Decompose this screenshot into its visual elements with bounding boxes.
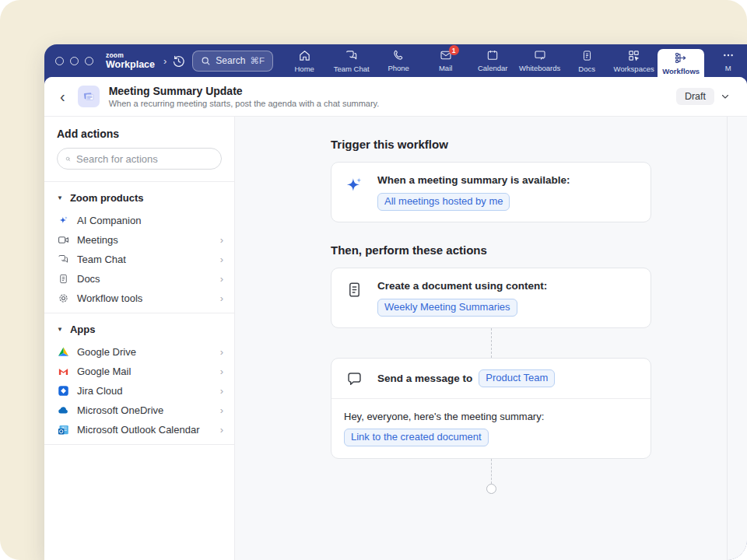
workflow-canvas: Trigger this workflow When a meeting sum… <box>235 117 747 560</box>
sidebar-item-microsoft-outlook-calendar[interactable]: Microsoft Outlook Calendar › <box>44 420 234 439</box>
more-icon <box>722 49 735 61</box>
google-drive-icon <box>57 346 69 359</box>
chevron-right-icon: › <box>220 254 223 265</box>
sidebar-title: Add actions <box>57 128 222 140</box>
recipient-chip[interactable]: Product Team <box>479 369 555 387</box>
workflows-icon <box>674 51 688 65</box>
search-placeholder-text: Search <box>216 55 245 66</box>
window-dot[interactable] <box>85 57 93 65</box>
workflow-editor-sheet: ‹ Meeting Summary Update When a recurrin… <box>44 77 747 560</box>
app-window: zoom Workplace › Search ⌘F Home <box>44 44 747 560</box>
document-content-chip[interactable]: Weekly Meeting Summaries <box>377 299 517 317</box>
docs-icon <box>581 49 593 62</box>
jira-cloud-icon <box>57 385 69 397</box>
status-badge: Draft <box>676 88 714 105</box>
triangle-collapse-icon: ▼ <box>57 194 63 201</box>
history-icon[interactable] <box>172 54 185 68</box>
triangle-collapse-icon: ▼ <box>57 326 63 333</box>
workflow-tools-icon <box>57 292 69 305</box>
section-zoom-products[interactable]: ▼ Zoom products <box>44 182 234 211</box>
ai-companion-icon <box>57 215 69 227</box>
trigger-card-title: When a meeting summary is available: <box>377 173 570 187</box>
global-search-input[interactable]: Search ⌘F <box>192 51 273 72</box>
google-mail-icon <box>57 366 69 378</box>
desktop-background: zoom Workplace › Search ⌘F Home <box>0 0 747 560</box>
sidebar-item-team-chat[interactable]: Team Chat › <box>44 250 234 269</box>
right-panel-divider <box>727 117 728 560</box>
chevron-right-icon: › <box>220 292 223 304</box>
workflow-connector <box>491 459 492 484</box>
nav-item-docs[interactable]: Docs <box>563 44 611 77</box>
section-apps[interactable]: ▼ Apps <box>44 313 234 342</box>
actions-heading: Then, perform these actions <box>331 243 651 257</box>
workflow-title-block: Meeting Summary Update When a recurring … <box>109 85 380 108</box>
action-card-title: Create a document using content: <box>377 279 547 293</box>
calendar-icon <box>486 49 499 61</box>
actions-search-input[interactable] <box>76 153 213 165</box>
sidebar-item-workflow-tools[interactable]: Workflow tools › <box>44 289 234 308</box>
trigger-scope-chip[interactable]: All meetings hosted by me <box>377 193 510 211</box>
top-navbar: zoom Workplace › Search ⌘F Home <box>44 44 747 77</box>
actions-search-field[interactable] <box>57 148 222 170</box>
team-chat-icon <box>345 49 359 62</box>
window-dot[interactable] <box>55 57 64 65</box>
sidebar-item-meetings[interactable]: Meetings › <box>44 230 234 250</box>
workflow-header: ‹ Meeting Summary Update When a recurrin… <box>44 77 747 116</box>
meetings-icon <box>57 234 69 247</box>
search-icon <box>201 56 211 66</box>
nav-item-workflows[interactable]: Workflows <box>658 49 705 77</box>
logo-workplace-text: Workplace <box>106 60 155 70</box>
add-actions-sidebar: Add actions ▼ Zoom products A <box>44 117 235 560</box>
message-text: Hey, everyone, here's the meeting summar… <box>344 409 638 425</box>
add-step-terminal[interactable] <box>486 484 496 494</box>
phone-icon <box>392 49 405 61</box>
nav-item-calendar[interactable]: Calendar <box>469 44 517 77</box>
main-navigation: Home Team Chat Phone 1 Mail <box>281 44 747 77</box>
logo-zoom-text: zoom <box>106 52 155 59</box>
ai-sparkle-icon <box>344 173 364 195</box>
chevron-right-icon: › <box>220 234 223 246</box>
workflow-subtitle: When a recurring meeting starts, post th… <box>109 99 380 108</box>
nav-item-team-chat[interactable]: Team Chat <box>328 44 375 77</box>
search-shortcut: ⌘F <box>250 55 265 66</box>
nav-item-home[interactable]: Home <box>281 44 328 77</box>
nav-item-mail[interactable]: 1 Mail <box>422 44 469 77</box>
trigger-heading: Trigger this workflow <box>331 138 651 151</box>
action-card-send-message[interactable]: Send a message to Product Team Hey, ever… <box>331 358 651 459</box>
nav-item-whiteboards[interactable]: Whiteboards <box>516 44 563 77</box>
chevron-right-icon[interactable]: › <box>163 55 167 67</box>
sidebar-item-jira-cloud[interactable]: Jira Cloud › <box>44 381 234 401</box>
sidebar-item-microsoft-onedrive[interactable]: Microsoft OneDrive › <box>44 401 234 420</box>
sidebar-item-google-mail[interactable]: Google Mail › <box>44 362 234 381</box>
action-card-title: Send a message to <box>377 372 472 386</box>
workflow-title: Meeting Summary Update <box>109 85 380 97</box>
mail-badge: 1 <box>449 45 459 55</box>
message-body[interactable]: Hey, everyone, here's the meeting summar… <box>331 399 651 458</box>
window-controls[interactable] <box>55 44 93 77</box>
window-dot[interactable] <box>70 57 79 65</box>
back-button[interactable]: ‹ <box>60 89 65 104</box>
sidebar-item-google-drive[interactable]: Google Drive › <box>44 342 234 362</box>
chevron-right-icon: › <box>220 424 223 436</box>
chevron-down-icon[interactable] <box>721 92 730 101</box>
whiteboards-icon <box>533 49 547 61</box>
sidebar-item-ai-companion[interactable]: AI Companion <box>44 211 234 230</box>
chevron-right-icon: › <box>220 385 223 397</box>
nav-item-phone[interactable]: Phone <box>375 44 423 77</box>
divider <box>44 444 234 445</box>
chevron-right-icon: › <box>220 273 223 285</box>
onedrive-icon <box>57 404 69 417</box>
trigger-card[interactable]: When a meeting summary is available: All… <box>331 162 651 222</box>
zoom-workplace-logo: zoom Workplace <box>106 44 155 77</box>
chevron-right-icon: › <box>220 346 223 358</box>
chat-bubble-icon <box>344 369 364 387</box>
home-icon <box>298 49 311 62</box>
workflow-thumbnail-icon <box>78 86 100 107</box>
sidebar-item-docs[interactable]: Docs › <box>44 269 234 289</box>
action-card-create-document[interactable]: Create a document using content: Weekly … <box>331 268 651 328</box>
chevron-right-icon: › <box>220 404 223 416</box>
workflow-connector <box>491 328 492 358</box>
nav-item-workspaces[interactable]: Workspaces <box>610 44 658 77</box>
document-link-chip[interactable]: Link to the created document <box>344 429 489 446</box>
nav-item-more-partial[interactable]: M <box>704 44 747 77</box>
